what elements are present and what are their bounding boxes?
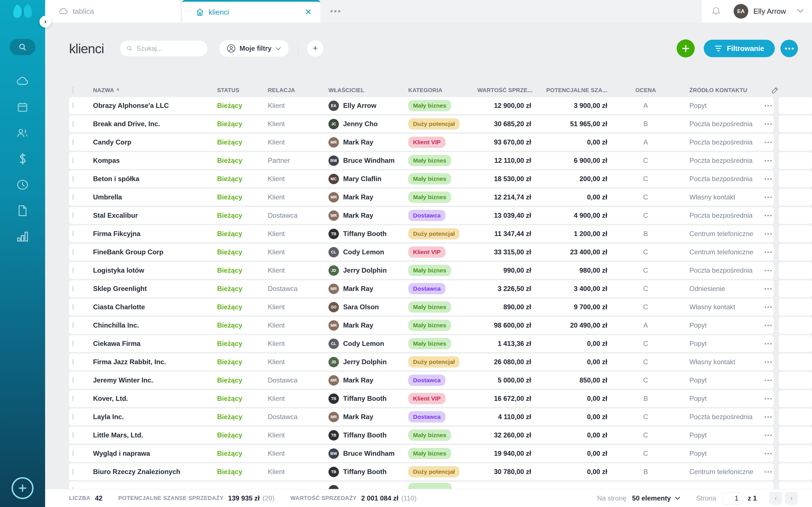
table-row[interactable]: Little Mars, Ltd. Bieżący Klient TB Tiff… (69, 427, 812, 444)
row-checkbox[interactable] (72, 322, 73, 328)
client-name[interactable]: Break and Drive, Inc. (93, 120, 217, 128)
client-name[interactable]: Stal Excalibur (93, 212, 217, 219)
table-row[interactable]: Firma Fikcyjna Bieżący Klient TB Tiffany… (69, 225, 812, 242)
table-row[interactable]: Ciasta Charlotte Bieżący Klient SO Sara … (69, 298, 812, 316)
column-header-status[interactable]: STATUS (217, 87, 268, 94)
client-name[interactable]: Ciasta Charlotte (93, 303, 217, 311)
row-checkbox[interactable] (72, 267, 73, 273)
row-checkbox[interactable] (72, 121, 73, 127)
add-client-button[interactable] (677, 40, 695, 57)
table-row[interactable]: Jeremy Winter Inc. Bieżący Dostawca MR M… (69, 372, 812, 389)
row-menu-button[interactable] (763, 270, 774, 271)
edit-columns-button[interactable] (763, 87, 787, 94)
notifications-button[interactable] (712, 6, 721, 16)
sidebar-item-reports[interactable] (0, 230, 45, 243)
row-checkbox[interactable] (72, 286, 73, 291)
sidebar-item-sales[interactable] (0, 152, 45, 166)
column-header-ocena[interactable]: OCENA (609, 87, 682, 94)
column-header-relacja[interactable]: RELACJA (268, 87, 328, 94)
row-menu-button[interactable] (763, 178, 774, 180)
sidebar-add-button[interactable] (11, 477, 34, 499)
more-actions-button[interactable] (780, 40, 798, 57)
row-menu-button[interactable] (763, 251, 774, 253)
table-row[interactable]: Umbrella Bieżący Klient MR Mark Ray Mały… (69, 189, 812, 206)
row-menu-button[interactable] (763, 435, 774, 436)
table-row[interactable]: FineBank Group Corp Bieżący Klient CL Co… (69, 244, 812, 261)
client-name[interactable]: FineBank Group Corp (93, 248, 217, 256)
column-header-kategoria[interactable]: KATEGORIA (408, 87, 477, 94)
search-input[interactable] (136, 44, 201, 53)
row-checkbox[interactable] (72, 359, 73, 365)
client-name[interactable]: Jeremy Winter Inc. (93, 376, 217, 384)
client-name[interactable]: Little Mars, Ltd. (93, 431, 217, 439)
column-header-wartosc[interactable]: WARTOŚĆ SPRZE... (477, 87, 533, 94)
row-checkbox[interactable] (72, 176, 73, 182)
tab-tablica[interactable]: tablica (45, 0, 181, 22)
row-checkbox[interactable] (72, 194, 73, 200)
tab-overflow-menu[interactable]: ••• (320, 0, 351, 22)
table-row[interactable]: Beton i spółka Bieżący Klient MC Mary Cl… (69, 170, 812, 187)
table-row[interactable]: Kompas Bieżący Partner BW Bruce Windham … (69, 152, 812, 169)
tab-close-icon[interactable]: ✕ (305, 8, 312, 16)
row-menu-button[interactable] (763, 123, 774, 125)
add-filter-view-button[interactable]: + (307, 40, 323, 57)
table-row[interactable]: Stal Excalibur Bieżący Dostawca MR Mark … (69, 207, 812, 224)
sidebar-item-dashboard[interactable] (0, 74, 45, 88)
sidebar-item-documents[interactable] (0, 204, 45, 217)
client-name[interactable]: Firma Fikcyjna (93, 230, 217, 238)
row-checkbox[interactable] (72, 395, 73, 401)
row-menu-button[interactable] (763, 398, 774, 399)
row-checkbox[interactable] (72, 341, 73, 346)
select-all-checkbox[interactable] (72, 87, 73, 94)
row-menu-button[interactable] (763, 288, 774, 290)
previous-page-button[interactable]: ‹ (769, 492, 782, 505)
client-name[interactable]: Logistyka lotów (93, 267, 217, 274)
row-checkbox[interactable] (72, 249, 73, 255)
row-checkbox[interactable] (72, 469, 73, 474)
row-checkbox[interactable] (72, 487, 73, 489)
row-menu-button[interactable] (763, 160, 774, 161)
client-name[interactable]: Candy Corp (93, 138, 217, 146)
row-menu-button[interactable] (763, 453, 774, 454)
client-name[interactable]: Beton i spółka (93, 175, 217, 183)
row-checkbox[interactable] (72, 139, 73, 145)
client-name[interactable]: Layla Inc. (93, 413, 217, 421)
client-name[interactable]: Kover, Ltd. (93, 395, 217, 402)
row-menu-button[interactable] (763, 361, 774, 363)
client-name[interactable]: Kompas (93, 157, 217, 165)
client-name[interactable]: Ciekawa Firma (93, 340, 217, 348)
column-header-potencjalne[interactable]: POTENCJALNE SZA... (533, 87, 609, 94)
row-checkbox[interactable] (72, 158, 73, 163)
client-name[interactable]: Obrazy Alphonse'a LLC (93, 102, 217, 110)
row-menu-button[interactable] (763, 233, 774, 235)
table-row[interactable]: Firma Jazz Rabbit, Inc. Bieżący Klient J… (69, 353, 812, 371)
row-menu-button[interactable] (763, 306, 774, 308)
row-menu-button[interactable] (763, 471, 774, 473)
sidebar-item-history[interactable] (0, 178, 45, 191)
table-row[interactable]: Logistyka lotów Bieżący Klient JD Jerry … (69, 262, 812, 279)
table-row[interactable]: Biuro Rzeczy Znalezionych Bieżący Klient… (69, 463, 812, 480)
sidebar-search-button[interactable] (10, 39, 36, 55)
row-menu-button[interactable] (763, 325, 774, 326)
row-checkbox[interactable] (72, 377, 73, 383)
search-box[interactable] (120, 40, 208, 57)
chevron-down-icon[interactable] (797, 8, 804, 14)
row-menu-button[interactable] (763, 215, 774, 216)
row-menu-button[interactable] (763, 142, 774, 143)
client-name[interactable]: Chinchilla Inc. (93, 321, 217, 329)
row-menu-button[interactable] (763, 343, 774, 344)
page-number-input[interactable] (722, 492, 743, 504)
per-page-select[interactable]: 50 elementy (632, 494, 680, 502)
table-row[interactable]: Wygląd i naprawa Bieżący Klient BW Bruce… (69, 445, 812, 462)
table-row[interactable]: Obrazy Alphonse'a LLC Bieżący Klient EA … (69, 97, 812, 114)
row-checkbox[interactable] (72, 450, 73, 456)
client-name[interactable]: Umbrella (93, 193, 217, 201)
next-page-button[interactable]: › (785, 492, 798, 505)
row-checkbox[interactable] (72, 414, 73, 420)
table-row[interactable]: Layla Inc. Bieżący Dostawca MR Mark Ray … (69, 408, 812, 425)
row-menu-button[interactable] (763, 416, 774, 418)
sidebar-expand-button[interactable]: › (40, 16, 51, 27)
row-checkbox[interactable] (72, 231, 73, 237)
filter-button[interactable]: Filtrowanie (704, 40, 775, 57)
row-checkbox[interactable] (72, 432, 73, 438)
